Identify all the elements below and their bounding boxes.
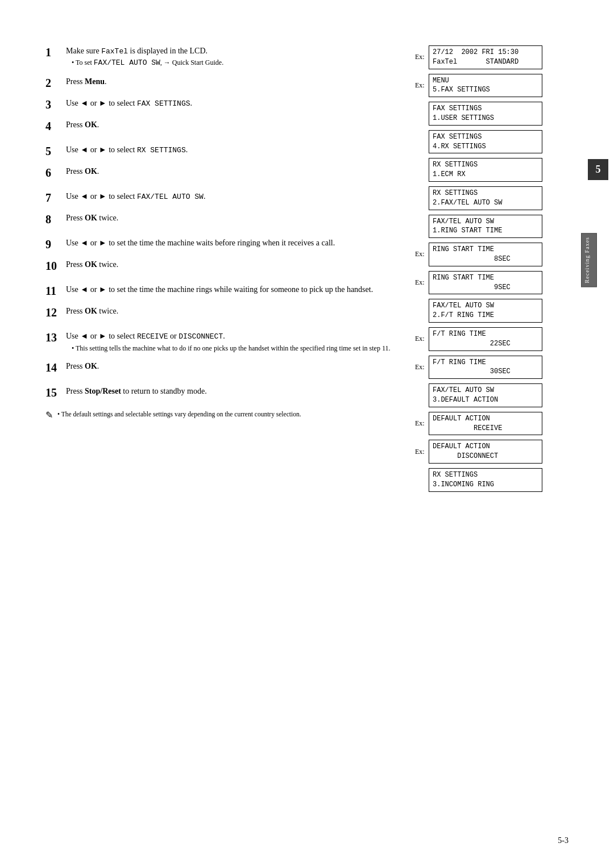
chapter-tab: 5 xyxy=(588,159,608,180)
lcd-wrapper: Ex: MENU 5.FAX SETTINGS xyxy=(415,74,580,98)
step-number: 12 xyxy=(45,306,61,319)
lcd-screen: RX SETTINGS 2.FAX/TEL AUTO SW xyxy=(429,186,542,210)
lcd-label: Ex: xyxy=(415,363,426,372)
lcd-group-4: FAX SETTINGS 4.RX SETTINGS xyxy=(415,130,580,155)
lcd-group-14: Ex: DEFAULT ACTION RECEIVE xyxy=(415,412,580,437)
lcd-wrapper: FAX SETTINGS 1.USER SETTINGS xyxy=(415,102,580,126)
step-number: 5 xyxy=(45,144,61,158)
step-number: 13 xyxy=(45,331,61,344)
step-11: 11 Use ◄ or ► to set the time the machin… xyxy=(45,284,392,298)
step-9: 9 Use ◄ or ► to set the time the machine… xyxy=(45,237,392,251)
lcd-wrapper: FAX/TEL AUTO SW 2.F/T RING TIME xyxy=(415,299,580,323)
lcd-screen-ring-start-9sec: RING START TIME 9SEC xyxy=(429,271,542,295)
step-number: 11 xyxy=(45,284,61,298)
lcd-wrapper: Ex: 27/12 2002 FRI 15:30 FaxTel STANDARD xyxy=(415,45,580,69)
lcd-screen: FAX/TEL AUTO SW 2.F/T RING TIME xyxy=(429,299,542,323)
step-13-text: Use ◄ or ► to select RECEIVE or DISCONNE… xyxy=(66,332,225,340)
lcd-screen: 27/12 2002 FRI 15:30 FaxTel STANDARD xyxy=(429,45,542,69)
step-7-text: Use ◄ or ► to select FAX/TEL AUTO SW. xyxy=(66,192,205,201)
lcd-group-3: FAX SETTINGS 1.USER SETTINGS xyxy=(415,102,580,127)
lcd-screen: DEFAULT ACTION RECEIVE xyxy=(429,412,542,436)
step-number: 14 xyxy=(45,361,61,374)
step-6: 6 Press OK. xyxy=(45,166,392,180)
step-3: 3 Use ◄ or ► to select FAX SETTINGS. xyxy=(45,98,392,111)
lcd-wrapper: Ex: RING START TIME 9SEC xyxy=(415,271,580,295)
lcd-screen: FAX/TEL AUTO SW 3.DEFAULT ACTION xyxy=(429,383,542,407)
lcd-label: Ex: xyxy=(415,278,426,287)
lcd-wrapper: Ex: F/T RING TIME 30SEC xyxy=(415,356,580,379)
lcd-screen: F/T RING TIME 30SEC xyxy=(429,356,542,379)
step-10: 10 Press OK twice. xyxy=(45,259,392,273)
lcd-label: Ex: xyxy=(415,335,426,343)
lcd-group-11: Ex: F/T RING TIME 22SEC xyxy=(415,327,580,352)
step-12-text: Press OK twice. xyxy=(66,307,118,315)
lcd-label: Ex: xyxy=(415,81,426,90)
step-number: 15 xyxy=(45,386,61,399)
lcd-label: Ex: xyxy=(415,448,426,456)
steps-column: 1 Make sure FaxTel is displayed in the L… xyxy=(45,45,398,496)
lcd-label: Ex: xyxy=(415,53,426,61)
step-2: 2 Press Menu. xyxy=(45,76,392,90)
step-2-text: Press Menu. xyxy=(66,77,107,86)
step-1-sub: • To set FAX/TEL AUTO SW, → Quick Start … xyxy=(66,58,392,68)
lcd-screen: FAX/TEL AUTO SW 1.RING START TIME xyxy=(429,215,542,239)
step-number: 9 xyxy=(45,237,61,251)
step-number: 10 xyxy=(45,259,61,273)
lcd-group-7: FAX/TEL AUTO SW 1.RING START TIME xyxy=(415,215,580,240)
step-5-text: Use ◄ or ► to select RX SETTINGS. xyxy=(66,145,188,154)
step-number: 6 xyxy=(45,166,61,180)
lcd-wrapper: FAX/TEL AUTO SW 1.RING START TIME xyxy=(415,215,580,239)
lcd-group-6: RX SETTINGS 2.FAX/TEL AUTO SW xyxy=(415,186,580,211)
lcd-screen: MENU 5.FAX SETTINGS xyxy=(429,74,542,98)
note-icon: ✎ xyxy=(45,410,53,420)
step-4: 4 Press OK. xyxy=(45,119,392,133)
step-number: 3 xyxy=(45,98,61,111)
step-number: 7 xyxy=(45,191,61,205)
step-3-text: Use ◄ or ► to select FAX SETTINGS. xyxy=(66,99,192,107)
lcd-group-10: FAX/TEL AUTO SW 2.F/T RING TIME xyxy=(415,299,580,324)
lcd-screen: RX SETTINGS 3.INCOMING RING xyxy=(429,468,542,492)
step-10-text: Press OK twice. xyxy=(66,260,118,269)
step-8-text: Press OK twice. xyxy=(66,214,118,222)
step-5: 5 Use ◄ or ► to select RX SETTINGS. xyxy=(45,144,392,158)
step-7: 7 Use ◄ or ► to select FAX/TEL AUTO SW. xyxy=(45,191,392,205)
lcd-screen: FAX SETTINGS 1.USER SETTINGS xyxy=(429,102,542,126)
lcd-group-8: Ex: RING START TIME 8SEC xyxy=(415,243,580,268)
step-14: 14 Press OK. xyxy=(45,361,392,374)
lcd-screen: RX SETTINGS 1.ECM RX xyxy=(429,158,542,182)
lcd-group-1: Ex: 27/12 2002 FRI 15:30 FaxTel STANDARD xyxy=(415,45,580,70)
lcd-wrapper: Ex: F/T RING TIME 22SEC xyxy=(415,327,580,351)
lcd-wrapper: FAX/TEL AUTO SW 3.DEFAULT ACTION xyxy=(415,383,580,407)
step-8: 8 Press OK twice. xyxy=(45,212,392,226)
lcd-group-15: Ex: DEFAULT ACTION DISCONNECT xyxy=(415,440,580,465)
step-4-text: Press OK. xyxy=(66,120,99,129)
step-13-sub: • This setting tells the machine what to… xyxy=(66,344,392,353)
lcd-label: Ex: xyxy=(415,250,426,258)
lcd-group-16: RX SETTINGS 3.INCOMING RING xyxy=(415,468,580,493)
lcd-wrapper: Ex: RING START TIME 8SEC xyxy=(415,243,580,266)
lcd-label: Ex: xyxy=(415,419,426,428)
lcd-group-9: Ex: RING START TIME 9SEC xyxy=(415,271,580,296)
lcd-group-2: Ex: MENU 5.FAX SETTINGS xyxy=(415,74,580,99)
step-14-text: Press OK. xyxy=(66,362,99,370)
step-1-text: Make sure FaxTel is displayed in the LCD… xyxy=(66,47,208,55)
step-15-text: Press Stop/Reset to return to standby mo… xyxy=(66,387,207,395)
lcd-wrapper: RX SETTINGS 3.INCOMING RING xyxy=(415,468,580,492)
step-number: 4 xyxy=(45,119,61,133)
step-number: 8 xyxy=(45,212,61,226)
step-9-text: Use ◄ or ► to set the time the machine w… xyxy=(66,239,335,247)
lcd-screen: F/T RING TIME 22SEC xyxy=(429,327,542,351)
step-15: 15 Press Stop/Reset to return to standby… xyxy=(45,386,392,399)
lcd-wrapper: Ex: DEFAULT ACTION DISCONNECT xyxy=(415,440,580,464)
lcd-group-12: Ex: F/T RING TIME 30SEC xyxy=(415,356,580,381)
lcd-screen: DEFAULT ACTION DISCONNECT xyxy=(429,440,542,464)
lcd-wrapper: RX SETTINGS 1.ECM RX xyxy=(415,158,580,182)
step-number: 1 xyxy=(45,45,61,59)
note-section: ✎ • The default settings and selectable … xyxy=(45,411,392,420)
note-text: • The default settings and selectable se… xyxy=(57,411,301,418)
step-1: 1 Make sure FaxTel is displayed in the L… xyxy=(45,45,392,68)
lcd-wrapper: Ex: DEFAULT ACTION RECEIVE xyxy=(415,412,580,436)
step-13: 13 Use ◄ or ► to select RECEIVE or DISCO… xyxy=(45,331,392,353)
side-tab: Receiving Faxes xyxy=(581,233,597,287)
page-number: 5-3 xyxy=(558,836,569,845)
